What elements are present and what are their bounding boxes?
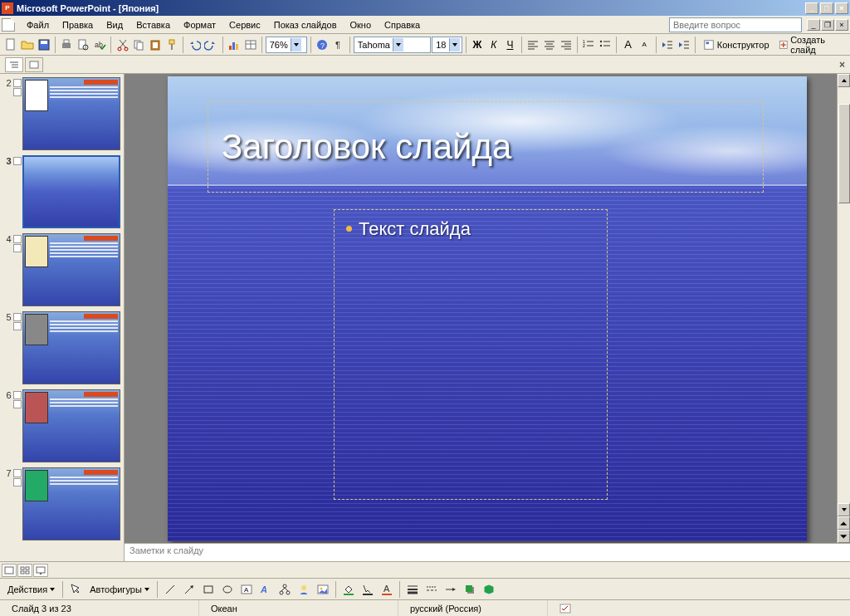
slide-thumbnail[interactable]	[22, 155, 120, 228]
slideshow-view-button[interactable]	[33, 564, 48, 577]
numbered-list-button[interactable]: 12	[581, 36, 597, 54]
italic-button[interactable]: К	[486, 36, 501, 54]
thumbnail-row[interactable]: 4	[0, 233, 124, 306]
scroll-up-button[interactable]	[838, 74, 850, 87]
menu-format[interactable]: Формат	[177, 17, 222, 32]
align-right-button[interactable]	[558, 36, 574, 54]
maximize-button[interactable]: □	[820, 2, 833, 14]
normal-view-button[interactable]	[2, 564, 17, 577]
font-size-combo[interactable]: 18	[432, 37, 462, 53]
align-left-button[interactable]	[525, 36, 541, 54]
title-placeholder[interactable]: Заголовок слайда	[208, 101, 764, 193]
oval-tool-button[interactable]	[218, 580, 237, 599]
thumbnail-row[interactable]: 3	[0, 155, 124, 228]
panel-close-icon[interactable]: ×	[839, 59, 845, 71]
designer-button[interactable]: Конструктор	[699, 36, 774, 54]
menu-tools[interactable]: Сервис	[222, 17, 267, 32]
vertical-scrollbar[interactable]: ⏶ ⏷	[837, 74, 850, 543]
slides-tab[interactable]	[25, 57, 43, 72]
font-family-dropdown-icon[interactable]	[393, 38, 403, 51]
insert-table-button[interactable]	[242, 36, 258, 54]
zoom-dropdown-icon[interactable]	[291, 38, 301, 51]
slide-thumbnail[interactable]	[22, 77, 120, 150]
format-painter-button[interactable]	[164, 36, 179, 54]
print-button[interactable]	[59, 36, 75, 54]
decrease-indent-button[interactable]	[659, 36, 675, 54]
menu-window[interactable]: Окно	[344, 17, 379, 32]
insert-chart-button[interactable]	[226, 36, 242, 54]
thumbnail-row[interactable]: 2	[0, 77, 124, 150]
slide-thumbnail[interactable]	[22, 389, 120, 462]
save-button[interactable]	[37, 36, 52, 54]
menu-help[interactable]: Справка	[378, 17, 427, 32]
shadow-button[interactable]	[461, 580, 479, 599]
menu-insert[interactable]: Вставка	[129, 17, 177, 32]
font-color-button[interactable]: A	[378, 580, 396, 599]
sorter-view-button[interactable]	[17, 564, 32, 577]
bulleted-list-button[interactable]	[598, 36, 613, 54]
outline-tab[interactable]	[5, 57, 23, 72]
slide-thumbnail[interactable]	[22, 311, 120, 384]
spellcheck-button[interactable]: ab	[92, 36, 108, 54]
rectangle-tool-button[interactable]	[199, 580, 217, 599]
dash-style-button[interactable]	[423, 580, 441, 599]
notes-pane[interactable]: Заметки к слайду	[125, 543, 850, 561]
prev-slide-button[interactable]: ⏶	[838, 516, 850, 530]
insert-picture-button[interactable]	[314, 580, 332, 599]
3d-button[interactable]	[480, 580, 498, 599]
paste-button[interactable]	[148, 36, 164, 54]
next-slide-button[interactable]: ⏷	[838, 530, 850, 543]
textbox-tool-button[interactable]: A	[237, 580, 256, 599]
font-family-combo[interactable]: Tahoma	[354, 37, 431, 53]
fill-color-button[interactable]	[340, 580, 358, 599]
menu-view[interactable]: Вид	[100, 17, 129, 32]
help-button[interactable]: ?	[314, 36, 330, 54]
minimize-button[interactable]: _	[805, 2, 818, 14]
redo-button[interactable]	[203, 36, 219, 54]
thumbnail-row[interactable]: 7	[0, 467, 124, 540]
doc-control-icon[interactable]	[2, 18, 15, 32]
diagram-button[interactable]	[276, 580, 294, 599]
arrow-style-button[interactable]	[442, 580, 460, 599]
line-tool-button[interactable]	[161, 580, 179, 599]
autoshapes-menu-button[interactable]: Автофигуры	[85, 580, 154, 599]
zoom-combo[interactable]: 76%	[266, 37, 307, 53]
increase-indent-button[interactable]	[676, 36, 691, 54]
menu-edit[interactable]: Правка	[56, 17, 100, 32]
arrow-tool-button[interactable]	[180, 580, 198, 599]
cut-button[interactable]	[115, 36, 130, 54]
decrease-font-button[interactable]: A	[637, 36, 652, 54]
new-file-button[interactable]	[3, 36, 19, 54]
scroll-track[interactable]	[838, 87, 850, 503]
clipart-button[interactable]	[295, 580, 313, 599]
slide-thumbnail[interactable]	[22, 467, 120, 540]
doc-close-button[interactable]: ×	[835, 19, 848, 31]
show-hide-formatting-button[interactable]: ¶	[330, 36, 346, 54]
pointer-tool-button[interactable]	[66, 580, 85, 599]
scroll-thumb[interactable]	[838, 104, 850, 203]
line-color-button[interactable]	[359, 580, 377, 599]
undo-button[interactable]	[187, 36, 203, 54]
copy-button[interactable]	[131, 36, 147, 54]
body-placeholder[interactable]: Текст слайда	[334, 209, 608, 500]
wordart-button[interactable]: A	[256, 580, 275, 599]
actions-menu-button[interactable]: Действия	[3, 580, 59, 599]
align-center-button[interactable]	[541, 36, 557, 54]
doc-minimize-button[interactable]: _	[807, 19, 820, 31]
font-size-dropdown-icon[interactable]	[449, 38, 460, 51]
slide-thumbnail[interactable]	[22, 233, 120, 306]
open-button[interactable]	[20, 36, 36, 54]
new-slide-button[interactable]: Создать слайд	[774, 36, 847, 54]
increase-font-button[interactable]: A	[620, 36, 636, 54]
scroll-down-button[interactable]	[838, 503, 850, 516]
menu-slideshow[interactable]: Показ слайдов	[267, 17, 344, 32]
slide-canvas[interactable]: Заголовок слайда Текст слайда	[168, 76, 807, 541]
print-preview-button[interactable]	[76, 36, 91, 54]
thumbnail-row[interactable]: 5	[0, 311, 124, 384]
thumbnail-row[interactable]: 6	[0, 389, 124, 462]
underline-button[interactable]: Ч	[502, 36, 518, 54]
close-button[interactable]: ×	[835, 2, 848, 14]
line-style-button[interactable]	[403, 580, 422, 599]
doc-restore-button[interactable]: ❐	[821, 19, 834, 31]
menu-file[interactable]: Файл	[20, 17, 56, 32]
